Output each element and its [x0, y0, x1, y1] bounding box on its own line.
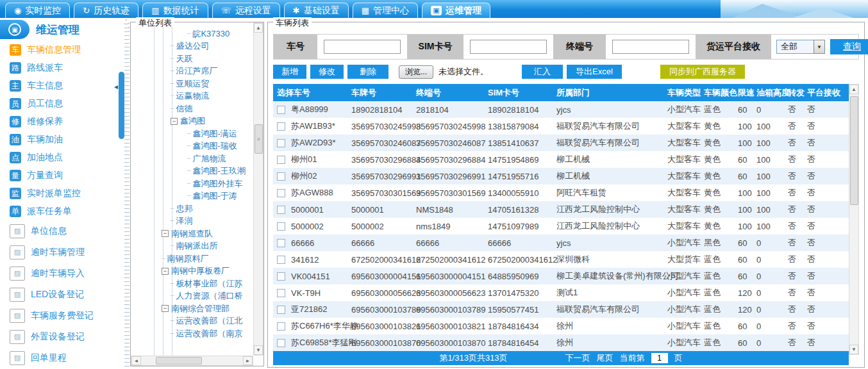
row-checkbox[interactable]	[277, 122, 285, 131]
freight-receive-select[interactable]: 全部 ▼	[776, 40, 825, 54]
sidebar-item[interactable]: 量方量查询	[0, 167, 122, 184]
sidebar-item[interactable]: ▨逾时车辆管理	[0, 242, 122, 263]
table-row[interactable]: 柳州01356957030296884356957030296884147519…	[273, 151, 849, 168]
row-checkbox[interactable]	[277, 139, 285, 147]
sidebar-item[interactable]: 监实时派单监控	[0, 184, 122, 202]
table-row[interactable]: 50000025000002nms184914751097989江西龙工风险控制…	[273, 218, 849, 234]
table-row[interactable]: 苏C667H6*李华静69560300010382169560300010382…	[273, 318, 849, 334]
scroll-right-icon[interactable]: ►	[243, 356, 253, 365]
panel-splitter[interactable]	[124, 18, 129, 369]
sidebar-item[interactable]: 点加油地点	[0, 149, 122, 167]
tree-node[interactable]: ┄信德	[132, 102, 253, 115]
scroll-up-icon[interactable]: ▲	[254, 23, 263, 33]
row-checkbox[interactable]	[277, 156, 285, 164]
tree-node[interactable]: ┄鑫鸿图-满运	[132, 127, 253, 140]
row-checkbox[interactable]	[277, 206, 285, 214]
table-row[interactable]: 粤A8899918902818104281810418902818104yjcs…	[273, 101, 849, 118]
tab-运维管理[interactable]: ▣运维管理	[422, 3, 490, 18]
tree-node[interactable]: ┄南钢原料厂	[132, 252, 253, 265]
collapse-minus-icon[interactable]: −	[171, 118, 178, 125]
collapse-minus-icon[interactable]: −	[162, 305, 169, 312]
table-row[interactable]: 66666666666666666666yjcs小型汽车黑色600否否	[273, 234, 849, 251]
tree-node[interactable]: ┄盛达公司	[132, 40, 253, 53]
tree-node[interactable]: ┄鑫鸿图外挂车	[132, 177, 253, 190]
sidebar-item[interactable]: 员员工信息	[0, 95, 122, 113]
scroll-down-icon[interactable]: ▼	[849, 345, 858, 354]
tree-node[interactable]: −南钢巡查队	[132, 227, 253, 240]
tree-node[interactable]: −南钢综合管理部	[132, 302, 253, 315]
scroll-up-icon[interactable]: ▲	[849, 85, 858, 94]
delete-button[interactable]: 删除	[347, 65, 388, 79]
sidebar-item[interactable]: 路路线派车	[0, 59, 122, 77]
collapse-minus-icon[interactable]: −	[162, 230, 169, 237]
terminal-no-input[interactable]	[612, 40, 689, 54]
sidebar-item[interactable]: ▨车辆服务费登记	[0, 305, 122, 326]
tree-node[interactable]: ┄沿江芦席厂	[132, 65, 253, 78]
add-button[interactable]: 新增	[273, 65, 306, 79]
table-row[interactable]: 苏AW1B93*35695703024599835695703024599813…	[273, 118, 849, 135]
tree-node[interactable]: ┄人力资源（浦口桥	[132, 290, 253, 303]
tree-node[interactable]: ┄天跃	[132, 53, 253, 65]
export-excel-button[interactable]: 导出Excel	[567, 65, 622, 79]
tree-vertical-scrollbar[interactable]: ▲ ≡ ▼	[253, 22, 263, 356]
table-row[interactable]: 苏AW2D93*35695703024608735695703024608713…	[273, 135, 849, 151]
tree-node[interactable]: −南钢中厚板卷厂	[132, 265, 253, 278]
table-row[interactable]: VK00415169560300000415169560300000415164…	[273, 268, 849, 284]
sim-no-input[interactable]	[470, 40, 547, 54]
sidebar-item[interactable]: 油车辆加油	[0, 131, 122, 149]
tree-horizontal-scrollbar[interactable]: ◄ ►	[131, 356, 253, 366]
sync-guangxi-button[interactable]: 同步到广西服务器	[660, 65, 745, 79]
collapse-minus-icon[interactable]: −	[162, 268, 169, 275]
sidebar-item[interactable]: ▨回单里程	[0, 347, 122, 368]
row-checkbox[interactable]	[277, 256, 285, 264]
scroll-left-icon[interactable]: ◄	[131, 356, 141, 365]
tab-实时监控[interactable]: ◉实时监控	[5, 3, 70, 18]
tab-管理中心[interactable]: ▦管理中心	[353, 3, 418, 18]
row-checkbox[interactable]	[277, 306, 285, 314]
row-checkbox[interactable]	[277, 322, 285, 331]
tree-node[interactable]: ┄亚顺运贸	[132, 78, 253, 90]
table-scroll-thumb[interactable]	[850, 96, 858, 205]
collapse-arrow-icon[interactable]: ◄	[113, 83, 119, 90]
tree-node[interactable]: ┄板材事业部（江苏	[132, 277, 253, 290]
tree-node[interactable]: ┄鑫鸿图-王玖潮	[132, 165, 253, 178]
table-row[interactable]: 柳州02356957030296991356957030296991147519…	[273, 168, 849, 184]
sidebar-item[interactable]: ▨LED设备登记	[0, 284, 122, 305]
table-vertical-scrollbar[interactable]: ▲ ▼	[849, 84, 859, 355]
tree-node[interactable]: ┄鑫鸿图-于涛	[132, 190, 253, 203]
sidebar-item[interactable]: 车车辆信息管理	[0, 41, 122, 59]
next-page-link[interactable]: 下一页	[565, 352, 590, 364]
sidebar-item[interactable]: 单派车任务单	[0, 202, 122, 220]
tree-scroll-thumb[interactable]: ≡	[255, 124, 263, 154]
tree-node[interactable]: ┄皖K37330	[132, 28, 253, 40]
vehicle-no-input[interactable]	[324, 40, 401, 54]
sidebar-collapse-handle[interactable]	[119, 72, 124, 139]
tree-node[interactable]: ┄南钢派出所	[132, 240, 253, 253]
sidebar-item[interactable]: ▨外置设备登记	[0, 326, 122, 347]
current-page-input[interactable]	[651, 353, 668, 363]
last-page-link[interactable]: 尾页	[597, 352, 613, 364]
table-row[interactable]: 3416126725020003416126725020003416126725…	[273, 251, 849, 268]
tree-node[interactable]: ┄运营改善部（南京	[132, 327, 253, 340]
tree-node[interactable]: ┄广旭物流	[132, 152, 253, 165]
row-checkbox[interactable]	[277, 189, 285, 197]
chevron-down-icon[interactable]: ▼	[814, 40, 825, 54]
sidebar-item[interactable]: ▨单位信息	[0, 220, 122, 242]
scroll-down-icon[interactable]: ▼	[254, 345, 263, 355]
tree-hscroll-thumb[interactable]	[156, 357, 202, 365]
row-checkbox[interactable]	[277, 222, 285, 231]
sidebar-item[interactable]: ▨逾时车辆导入	[0, 263, 122, 284]
table-row[interactable]: VK-T9H6956030000566236956030000566231370…	[273, 284, 849, 301]
row-checkbox[interactable]	[277, 339, 285, 347]
tree-node[interactable]: ┄泽润	[132, 215, 253, 228]
tree-node[interactable]: ┄鑫鸿图-瑞收	[132, 140, 253, 153]
row-checkbox[interactable]	[277, 289, 285, 297]
row-checkbox[interactable]	[277, 106, 285, 114]
tab-数据统计[interactable]: ▥数据统计	[142, 3, 208, 18]
tab-历史轨迹[interactable]: ↻历史轨迹	[74, 3, 138, 18]
query-button[interactable]: 查询	[830, 39, 868, 54]
tab-远程设置[interactable]: ☏远程设置	[212, 3, 280, 18]
row-checkbox[interactable]	[277, 272, 285, 281]
import-button[interactable]: 汇入	[522, 65, 563, 79]
tree-node[interactable]: ┄忠邦	[132, 202, 253, 215]
